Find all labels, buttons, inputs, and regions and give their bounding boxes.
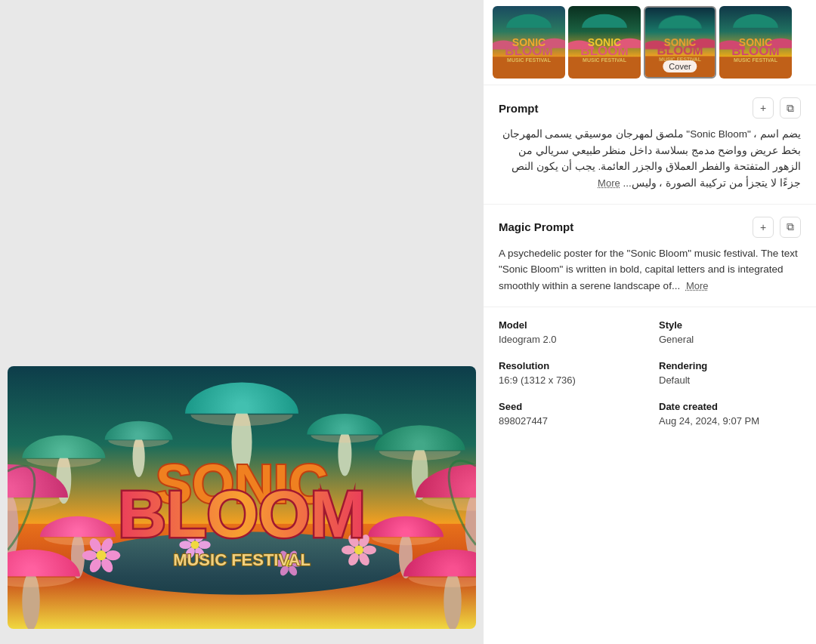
prompt-header: Prompt + ⧉	[499, 97, 801, 119]
rendering-value: Default	[659, 374, 801, 386]
model-label: Model	[499, 319, 641, 331]
thumbnail-1[interactable]	[493, 6, 565, 79]
style-item: Style General	[659, 319, 801, 345]
thumbnail-canvas-2	[568, 6, 641, 79]
magic-prompt-copy-button[interactable]: ⧉	[780, 217, 801, 238]
magic-prompt-actions: + ⧉	[753, 217, 801, 238]
style-label: Style	[659, 319, 801, 331]
thumbnails-row: Cover	[484, 0, 816, 85]
thumbnail-canvas-1	[493, 6, 565, 79]
resolution-label: Resolution	[499, 360, 641, 371]
seed-value: 898027447	[499, 415, 641, 427]
magic-prompt-text-content: A psychedelic poster for the "Sonic Bloo…	[499, 248, 798, 291]
style-value: General	[659, 334, 801, 345]
date-item: Date created Aug 24, 2024, 9:07 PM	[659, 401, 801, 427]
main-image[interactable]	[8, 366, 476, 629]
main-image-canvas	[8, 366, 476, 629]
prompt-actions: + ⧉	[753, 97, 801, 119]
thumbnail-2[interactable]	[568, 6, 641, 79]
magic-prompt-header: Magic Prompt + ⧉	[499, 217, 801, 238]
seed-label: Seed	[499, 401, 641, 412]
prompt-text-content: يضم اسم ، "Sonic Bloom" ملصق لمهرجان موس…	[502, 128, 801, 189]
prompt-section: Prompt + ⧉ يضم اسم ، "Sonic Bloom" ملصق …	[484, 85, 816, 205]
magic-prompt-title: Magic Prompt	[499, 220, 573, 233]
magic-prompt-section: Magic Prompt + ⧉ A psychedelic poster fo…	[484, 205, 816, 307]
prompt-title: Prompt	[499, 102, 539, 115]
magic-prompt-add-button[interactable]: +	[753, 217, 774, 238]
magic-prompt-text: A psychedelic poster for the "Sonic Bloo…	[499, 245, 801, 294]
prompt-add-button[interactable]: +	[753, 97, 774, 119]
cover-badge: Cover	[663, 60, 697, 72]
right-panel: Cover Prompt + ⧉ يضم اسم ، "Sonic Bloom"…	[484, 0, 816, 644]
thumbnail-4[interactable]	[719, 6, 792, 79]
model-value: Ideogram 2.0	[499, 334, 641, 345]
prompt-text: يضم اسم ، "Sonic Bloom" ملصق لمهرجان موس…	[499, 126, 801, 192]
metadata-grid: Model Ideogram 2.0 Style General Resolut…	[499, 319, 801, 427]
prompt-more-link[interactable]: More	[598, 177, 620, 189]
magic-prompt-more-link[interactable]: More	[686, 280, 709, 291]
thumbnail-canvas-4	[719, 6, 792, 79]
date-value: Aug 24, 2024, 9:07 PM	[659, 415, 801, 427]
resolution-value: 16:9 (1312 x 736)	[499, 374, 641, 386]
prompt-copy-button[interactable]: ⧉	[780, 97, 801, 119]
seed-item: Seed 898027447	[499, 401, 641, 427]
metadata-section: Model Ideogram 2.0 Style General Resolut…	[484, 307, 816, 439]
date-label: Date created	[659, 401, 801, 412]
rendering-label: Rendering	[659, 360, 801, 371]
model-item: Model Ideogram 2.0	[499, 319, 641, 345]
thumbnail-3[interactable]: Cover	[644, 6, 716, 79]
resolution-item: Resolution 16:9 (1312 x 736)	[499, 360, 641, 386]
rendering-item: Rendering Default	[659, 360, 801, 386]
left-panel	[0, 0, 484, 644]
